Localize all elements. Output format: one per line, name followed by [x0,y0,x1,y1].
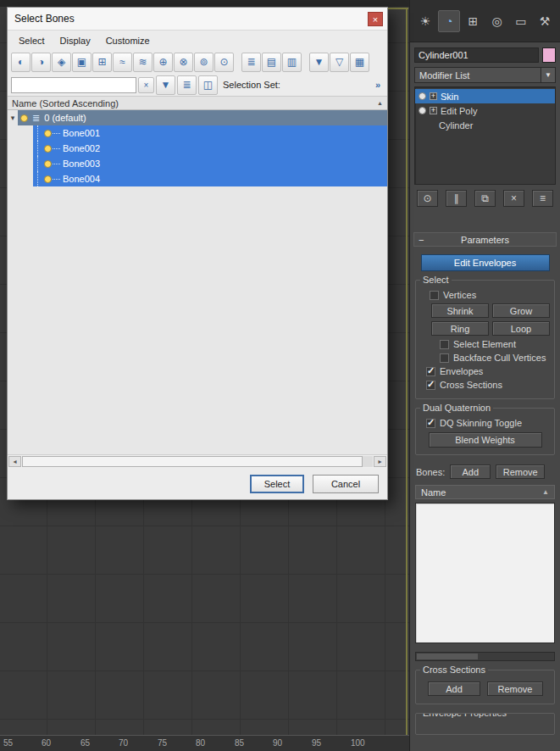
configure-modifier-sets-icon[interactable]: ≡ [532,190,553,207]
view-list-icon[interactable]: ≣ [241,53,261,72]
filter-results-icon[interactable]: ▼ [156,75,175,95]
modifier-on-off-bulb-icon[interactable] [419,92,426,100]
sync-selection-icon[interactable]: ⊙ [214,53,234,72]
backface-cull-checkbox[interactable] [440,353,449,363]
show-layers-icon[interactable]: ≣ [177,75,197,95]
visibility-bulb-icon[interactable] [44,130,52,137]
visibility-bulb-icon[interactable] [44,145,52,153]
hierarchy-tab-icon[interactable]: ⊞ [462,10,484,32]
toolbar-overflow-chevron[interactable]: » [375,80,380,90]
bone-selection[interactable]: Bone001 [33,125,387,141]
menu-select[interactable]: Select [11,33,53,48]
display-helpers-icon[interactable]: ⊞ [92,53,112,72]
add-cross-section-button[interactable]: Add [428,681,480,696]
modifier-list-dropdown[interactable]: Modifier List ▼ [414,67,556,83]
collapse-rollout-icon[interactable]: − [419,235,424,245]
visibility-bulb-icon[interactable] [44,175,52,183]
remove-modifier-icon[interactable]: × [503,190,524,207]
add-bone-button[interactable]: Add [450,465,491,479]
bone-selection[interactable]: Bone002 [33,141,387,156]
select-dependents-icon[interactable]: ⊚ [194,53,213,72]
display-tab-icon[interactable]: ▭ [510,10,532,32]
display-shapes-icon[interactable]: ◑ [31,53,51,72]
stack-item-edit-poly[interactable]: + Edit Poly [415,103,555,118]
bones-tree[interactable]: ▾ ≣ 0 (default) Bone001 [8,110,387,454]
scrollbar-thumb[interactable] [22,456,363,467]
tree-row-bone[interactable]: Bone002 [8,141,387,156]
visibility-bulb-icon[interactable] [44,160,52,168]
display-bones-icon[interactable]: ≋ [133,53,152,72]
name-column-header[interactable]: Name (Sorted Ascending) ▲ [8,96,387,110]
display-cameras-icon[interactable]: ▣ [72,53,91,72]
envelopes-checkbox[interactable] [426,367,435,376]
clear-search-icon[interactable]: × [138,77,154,93]
remove-bone-button[interactable]: Remove [496,465,545,479]
menu-customize[interactable]: Customize [98,33,158,48]
chevron-down-icon[interactable]: ▼ [541,68,555,82]
stack-item-cylinder[interactable]: Cylinder [415,118,555,132]
create-tab-icon[interactable]: ☀ [414,10,436,32]
motion-tab-icon[interactable]: ◎ [486,10,508,32]
select-element-row: Select Element [440,339,551,349]
view-hierarchy-icon[interactable]: ▥ [282,53,302,72]
scroll-left-icon[interactable]: ◂ [8,456,21,467]
edit-envelopes-button[interactable]: Edit Envelopes [421,254,550,271]
cancel-button[interactable]: Cancel [313,475,379,493]
filter-funnel-icon[interactable]: ▼ [309,53,329,72]
modifier-stack[interactable]: + Skin + Edit Poly Cylinder [414,86,556,185]
display-spacewarps-icon[interactable]: ≈ [113,53,132,72]
tree-row-bone[interactable]: Bone004 [8,171,387,186]
make-unique-icon[interactable]: ⧉ [474,190,496,207]
scrollbar-thumb[interactable] [417,654,478,659]
display-lights-icon[interactable]: ◈ [52,53,71,72]
object-color-swatch[interactable] [542,47,556,63]
object-name-field[interactable]: Cylinder001 [414,47,539,63]
column-chooser-icon[interactable]: ▦ [350,53,369,72]
tree-row-bone[interactable]: Bone003 [8,156,387,171]
display-geometry-icon[interactable]: ◐ [11,53,30,72]
show-end-result-icon[interactable]: ∥ [446,190,467,207]
bone-selection[interactable]: Bone003 [33,156,387,171]
utilities-tab-icon[interactable]: ⚒ [534,10,556,32]
scroll-right-icon[interactable]: ▸ [374,456,386,467]
time-ruler[interactable]: 55 60 65 70 75 80 85 90 95 100 [0,735,409,751]
loop-button[interactable]: Loop [492,321,550,336]
select-element-checkbox[interactable] [440,340,449,349]
view-columns-icon[interactable]: ▤ [262,53,281,72]
filter-edit-icon[interactable]: ▽ [330,53,349,72]
visibility-bulb-icon[interactable] [20,114,28,122]
select-children-icon[interactable]: ⊕ [153,53,173,72]
cross-sections-checkbox[interactable] [426,381,435,390]
bones-list-scrollbar[interactable] [415,652,555,661]
bones-weight-list[interactable] [415,503,555,643]
dq-skinning-toggle-checkbox[interactable] [426,419,435,428]
modifier-on-off-bulb-icon[interactable] [419,107,426,114]
tree-row-default-layer[interactable]: ▾ ≣ 0 (default) [8,110,387,125]
parameters-rollout-header[interactable]: − Parameters [413,232,557,247]
remove-cross-section-button[interactable]: Remove [487,681,543,696]
blend-weights-button[interactable]: Blend Weights [429,432,542,448]
dialog-titlebar[interactable]: Select Bones × [8,8,387,31]
grow-button[interactable]: Grow [492,303,550,318]
default-layer-selection[interactable]: ≣ 0 (default) [18,110,387,125]
tree-row-bone[interactable]: Bone001 [8,125,387,141]
ring-button[interactable]: Ring [431,321,489,336]
select-button[interactable]: Select [250,475,304,493]
search-input[interactable] [11,77,136,93]
select-influences-icon[interactable]: ⊗ [174,53,193,72]
vertices-checkbox[interactable] [430,291,439,300]
scrollbar-track[interactable] [22,456,373,467]
collapse-expander-icon[interactable]: ▾ [11,114,15,122]
horizontal-scrollbar[interactable]: ◂ ▸ [8,454,387,468]
pin-stack-icon[interactable]: ⊙ [417,190,438,207]
expand-modifier-icon[interactable]: + [430,92,437,100]
bone-selection[interactable]: Bone004 [33,171,387,186]
shrink-button[interactable]: Shrink [431,303,489,318]
menu-display[interactable]: Display [53,33,98,48]
close-icon[interactable]: × [368,12,383,26]
expand-modifier-icon[interactable]: + [430,107,437,114]
modify-tab-icon[interactable]: ◔ [438,10,460,32]
selection-set-icon[interactable]: ◫ [198,75,218,95]
bones-list-name-header[interactable]: Name ▲ [415,485,555,499]
stack-item-skin[interactable]: + Skin [415,89,555,103]
